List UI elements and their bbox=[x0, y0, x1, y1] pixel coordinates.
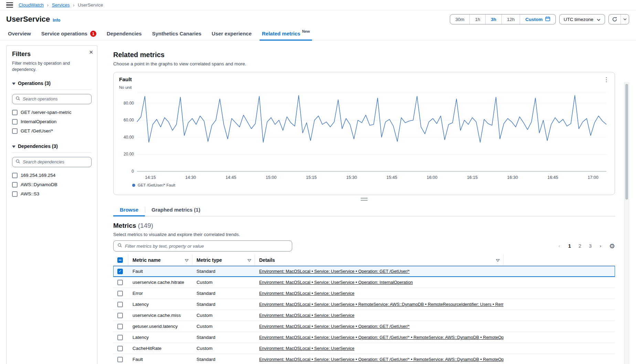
table-row[interactable]: FaultStandardEnvironment: MacOSLocal • S… bbox=[113, 354, 615, 364]
breadcrumb-item-services[interactable]: Services bbox=[52, 2, 70, 8]
metric-details-cell: Environment: MacOSLocal • Service: UserS… bbox=[255, 280, 504, 285]
view-tab-browse[interactable]: Browse bbox=[113, 203, 145, 216]
timezone-select[interactable]: UTC timezone bbox=[559, 14, 605, 24]
page-3-button[interactable]: 3 bbox=[586, 242, 595, 250]
table-row[interactable]: CacheHitRateCustomEnvironment: MacOSLoca… bbox=[113, 343, 615, 354]
previous-page-icon[interactable]: ‹ bbox=[555, 242, 564, 250]
metric-details-link[interactable]: Environment: MacOSLocal • Service: UserS… bbox=[259, 291, 354, 296]
filter-item[interactable]: AWS::S3 bbox=[12, 189, 92, 199]
menu-icon[interactable] bbox=[6, 2, 13, 8]
tab-service-operations[interactable]: Service operations1 bbox=[36, 27, 102, 40]
select-all-checkbox[interactable] bbox=[117, 257, 123, 263]
row-checkbox[interactable] bbox=[117, 302, 123, 307]
metric-details-link[interactable]: Environment: MacOSLocal • Service: UserS… bbox=[259, 269, 410, 274]
checkbox[interactable] bbox=[12, 182, 18, 188]
filter-item[interactable]: GET /GetUser/* bbox=[12, 126, 92, 136]
page-2-button[interactable]: 2 bbox=[575, 242, 584, 250]
checkbox[interactable] bbox=[12, 173, 18, 178]
search-field[interactable] bbox=[23, 97, 88, 101]
page-1-button[interactable]: 1 bbox=[565, 242, 574, 250]
time-range-12h[interactable]: 12h bbox=[501, 14, 520, 24]
vertical-scrollbar[interactable] bbox=[624, 82, 629, 364]
service-tabs: OverviewService operations1DependenciesS… bbox=[0, 27, 636, 41]
table-row[interactable]: getuser.userid.latencyCustomEnvironment:… bbox=[113, 321, 615, 332]
table-header: Metric name Metric type Details bbox=[113, 254, 615, 266]
metrics-filter-input[interactable] bbox=[113, 240, 292, 251]
column-header-metric-name[interactable]: Metric name bbox=[128, 254, 192, 266]
resize-handle[interactable] bbox=[361, 198, 368, 201]
table-row[interactable]: ErrorStandardEnvironment: MacOSLocal • S… bbox=[113, 288, 615, 299]
header-controls: 30m1h3h12hCustom UTC timezone bbox=[450, 14, 629, 24]
filter-section-header[interactable]: Operations (3) bbox=[12, 80, 92, 86]
metric-details-cell: Environment: MacOSLocal • Service: UserS… bbox=[255, 335, 504, 340]
chart-legend: GET /GetUser/* Fault bbox=[132, 183, 609, 187]
table-row[interactable]: userservice.cache.hitrateCustomEnvironme… bbox=[113, 277, 615, 288]
metric-details-link[interactable]: Environment: MacOSLocal • Service: UserS… bbox=[259, 346, 354, 351]
tab-related-metrics[interactable]: Related metricsNew bbox=[257, 27, 315, 40]
filter-item[interactable]: AWS::DynamoDB bbox=[12, 180, 92, 189]
metrics-filter-field[interactable] bbox=[125, 244, 288, 249]
tab-synthetics-canaries[interactable]: Synthetics Canaries bbox=[147, 27, 206, 40]
table-row[interactable]: userservice.cache.missCustomEnvironment:… bbox=[113, 310, 615, 321]
metric-details-link[interactable]: Environment: MacOSLocal • Service: UserS… bbox=[259, 313, 354, 318]
filter-item[interactable]: GET /server-span-metric bbox=[12, 108, 92, 117]
next-page-icon[interactable]: › bbox=[596, 242, 605, 250]
search-input[interactable] bbox=[12, 157, 92, 167]
row-checkbox[interactable] bbox=[117, 313, 123, 318]
search-field[interactable] bbox=[23, 160, 88, 164]
svg-text:60.00: 60.00 bbox=[124, 118, 134, 122]
filter-item[interactable]: 169.254.169.254 bbox=[12, 171, 92, 180]
fault-line-chart[interactable]: 020.0040.0060.0080.0014:1514:3014:4515:0… bbox=[119, 90, 609, 182]
tab-overview[interactable]: Overview bbox=[3, 27, 36, 40]
time-range-1h[interactable]: 1h bbox=[469, 14, 485, 24]
checkbox[interactable] bbox=[12, 110, 18, 115]
filter-triangle-icon[interactable] bbox=[185, 257, 189, 263]
tab-label: Related metrics bbox=[262, 31, 300, 36]
metric-type-cell: Custom bbox=[192, 324, 255, 329]
tab-dependencies[interactable]: Dependencies bbox=[102, 27, 147, 40]
close-icon[interactable]: ✕ bbox=[89, 49, 93, 55]
row-checkbox[interactable] bbox=[117, 357, 123, 362]
refresh-options-caret-icon[interactable] bbox=[621, 14, 629, 24]
metric-details-cell: Environment: MacOSLocal • Service: UserS… bbox=[255, 269, 504, 274]
metric-details-link[interactable]: Environment: MacOSLocal • Service: UserS… bbox=[259, 280, 413, 285]
settings-gear-icon[interactable]: ⚙ bbox=[609, 243, 615, 249]
row-checkbox[interactable] bbox=[117, 324, 123, 329]
table-row[interactable]: ✓FaultStandardEnvironment: MacOSLocal • … bbox=[113, 266, 615, 277]
checkbox[interactable] bbox=[12, 119, 18, 125]
row-checkbox[interactable] bbox=[117, 280, 123, 285]
time-range-3h[interactable]: 3h bbox=[485, 14, 501, 24]
refresh-icon[interactable] bbox=[609, 14, 621, 24]
tab-user-experience[interactable]: User experience bbox=[206, 27, 257, 40]
column-header-metric-type[interactable]: Metric type bbox=[192, 254, 255, 266]
info-link[interactable]: Info bbox=[53, 18, 60, 23]
checkbox[interactable] bbox=[12, 191, 18, 197]
filter-section-header[interactable]: Dependencies (3) bbox=[12, 143, 92, 149]
row-checkbox[interactable] bbox=[117, 335, 123, 340]
row-checkbox[interactable] bbox=[117, 346, 123, 351]
metric-details-link[interactable]: Environment: MacOSLocal • Service: UserS… bbox=[259, 357, 504, 362]
column-label: Details bbox=[259, 257, 275, 263]
column-header-details[interactable]: Details bbox=[255, 254, 504, 266]
metric-details-link[interactable]: Environment: MacOSLocal • Service: UserS… bbox=[259, 324, 410, 329]
table-row[interactable]: LatencyStandardEnvironment: MacOSLocal •… bbox=[113, 299, 615, 310]
view-tab-graphed-metrics-1[interactable]: Graphed metrics (1) bbox=[145, 203, 207, 216]
scrollbar-thumb[interactable] bbox=[625, 84, 628, 200]
breadcrumb-item-cloudwatch[interactable]: CloudWatch bbox=[19, 2, 44, 8]
time-range-custom[interactable]: Custom bbox=[520, 14, 555, 24]
time-range-30m[interactable]: 30m bbox=[450, 14, 469, 24]
chevron-down-icon bbox=[12, 143, 15, 149]
table-row[interactable]: LatencyStandardEnvironment: MacOSLocal •… bbox=[113, 332, 615, 343]
kebab-menu-icon[interactable]: ⋮ bbox=[603, 77, 609, 83]
row-checkbox[interactable]: ✓ bbox=[117, 269, 123, 274]
filter-item[interactable]: InternalOperation bbox=[12, 117, 92, 126]
metric-details-link[interactable]: Environment: MacOSLocal • Service: UserS… bbox=[259, 335, 504, 340]
row-checkbox[interactable] bbox=[117, 291, 123, 296]
filter-triangle-icon[interactable] bbox=[496, 257, 500, 263]
filter-triangle-icon[interactable] bbox=[247, 257, 251, 263]
metric-details-link[interactable]: Environment: MacOSLocal • Service: UserS… bbox=[259, 302, 504, 307]
tab-label: Synthetics Canaries bbox=[152, 31, 201, 36]
pagination: ‹123› bbox=[555, 242, 605, 250]
checkbox[interactable] bbox=[12, 128, 18, 134]
search-input[interactable] bbox=[12, 94, 92, 104]
